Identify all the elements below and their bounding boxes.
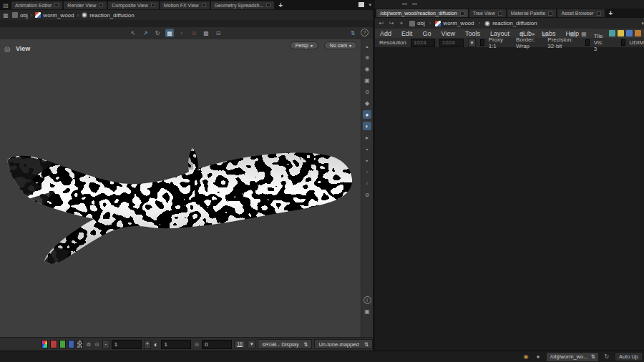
snapshot-icon[interactable]: ▣: [363, 307, 371, 315]
tab-close-icon[interactable]: [202, 3, 206, 7]
translate-tool-icon[interactable]: ↗: [141, 29, 150, 37]
bit-depth-arrow[interactable]: ▾: [248, 340, 256, 348]
tab-close-icon[interactable]: [498, 11, 502, 16]
forward-icon[interactable]: ↪: [387, 19, 396, 28]
tonemap-dropdown[interactable]: Un-tone-mapped⇅: [314, 339, 373, 349]
view-tool-icon[interactable]: ⊕: [363, 53, 371, 62]
view-stamp-icon[interactable]: ◎: [4, 45, 11, 53]
edit-network-icon[interactable]: [626, 30, 633, 36]
wire-mode-icon[interactable]: ▸: [363, 133, 371, 142]
tab-animation-editor[interactable]: Animation Editor: [11, 1, 62, 9]
exposure-field[interactable]: 1: [112, 340, 142, 349]
gem-icon[interactable]: ◆: [363, 99, 371, 107]
refresh-icon[interactable]: ↻: [602, 353, 611, 361]
menu-burger-icon[interactable]: [635, 30, 641, 36]
frame-icon[interactable]: ⊡: [214, 29, 223, 37]
tilevis-checkbox[interactable]: [585, 39, 589, 46]
tab-close-icon[interactable]: [54, 3, 59, 7]
lock-icon[interactable]: ▣: [363, 76, 371, 84]
breadcrumb-sub[interactable]: reaction_diffusion: [482, 20, 540, 26]
border-label[interactable]: Border: Wrap: [516, 36, 535, 49]
tab-close-icon[interactable]: [266, 3, 270, 7]
secure-selection-icon[interactable]: ▦: [165, 29, 174, 37]
pane-maximize-icon[interactable]: [358, 2, 364, 7]
link-icon[interactable]: ▦: [1, 11, 10, 19]
texture-mode-icon[interactable]: ◐: [363, 122, 371, 130]
tab-close-icon[interactable]: [460, 11, 464, 16]
breadcrumb-node[interactable]: worm_wood: [33, 12, 76, 19]
udim-checkbox[interactable]: [621, 39, 625, 46]
tab-render-view[interactable]: Render View: [64, 1, 107, 9]
info-circle-icon[interactable]: i: [364, 296, 371, 304]
precision-label[interactable]: Precision: 32-bit: [547, 36, 572, 49]
tab-motion-fx-view[interactable]: Motion FX View: [160, 1, 210, 9]
path-menu-arrow-icon[interactable]: ▾: [641, 21, 644, 26]
sticky-note-icon[interactable]: [618, 30, 624, 36]
tab-material-palette[interactable]: Material Palette: [507, 9, 557, 17]
breadcrumb-root[interactable]: obj: [407, 20, 427, 26]
exposure-plus-button[interactable]: +: [144, 340, 151, 349]
menu-view[interactable]: View: [436, 30, 460, 37]
tab-tree-view[interactable]: Tree View: [469, 9, 506, 17]
menu-tools[interactable]: Tools: [460, 30, 485, 37]
update-mode-dropdown[interactable]: Auto Up: [615, 352, 643, 361]
tab-composite-view[interactable]: Composite View: [108, 1, 158, 9]
proxy-checkbox[interactable]: [480, 39, 484, 46]
shading-mode-icon[interactable]: ●: [363, 110, 371, 119]
pane-divider[interactable]: [373, 0, 375, 351]
exposure-minus-button[interactable]: -: [102, 340, 109, 349]
res-dropdown[interactable]: ▾: [468, 39, 477, 47]
rotate-tool-icon[interactable]: ↻: [153, 29, 162, 37]
res-x-field[interactable]: 1024: [411, 39, 435, 47]
grid-snap-icon[interactable]: ▩: [202, 29, 210, 37]
alpha-channel-icon[interactable]: [77, 340, 83, 348]
tab-geometry-spreadsheet[interactable]: Geometry Spreadsh...: [211, 1, 274, 9]
pin-icon[interactable]: ⌖: [397, 19, 406, 28]
scene-viewport[interactable]: ◎ View Persp▾ No cam▾ ▴ ⊕ ◉ ▣ ⊙ ◆ ● ◐ ▸ …: [0, 39, 373, 337]
contrast-field[interactable]: 1: [161, 340, 191, 349]
new-tab-button[interactable]: +: [275, 1, 286, 9]
green-channel-icon[interactable]: [59, 340, 66, 348]
context-path-dropdown[interactable]: /obj/worm_wo...⇅: [546, 352, 599, 362]
menu-edit[interactable]: Edit: [396, 30, 418, 37]
gamma-field[interactable]: 0: [202, 340, 232, 349]
colorspace-dropdown[interactable]: sRGB - Display⇅: [258, 339, 312, 349]
grid-layout-2-icon[interactable]: ▦: [580, 29, 588, 38]
select-tool-icon[interactable]: ↖: [129, 29, 137, 37]
rgba-channel-icon[interactable]: [42, 340, 48, 348]
tab-close-icon[interactable]: [99, 3, 103, 7]
breadcrumb-node[interactable]: worm_wood: [433, 20, 476, 26]
red-channel-icon[interactable]: [50, 340, 57, 348]
menu-add[interactable]: Add: [375, 30, 396, 37]
breadcrumb-root[interactable]: obj: [10, 12, 30, 19]
bit-depth-field[interactable]: 16: [234, 340, 245, 348]
scroll-up-icon[interactable]: ▴: [363, 41, 371, 50]
small-square-icon[interactable]: ▪: [363, 156, 371, 165]
circle-icon[interactable]: ◦: [363, 167, 371, 176]
tab-close-icon[interactable]: [548, 11, 552, 16]
select-box-icon[interactable]: ▫: [177, 29, 186, 37]
box-icon[interactable]: ▫: [363, 179, 371, 187]
memory-icon[interactable]: ◉: [522, 353, 530, 361]
ghost-icon[interactable]: ⊚: [85, 340, 92, 348]
new-tab-button[interactable]: +: [606, 9, 616, 17]
tab-network-editor[interactable]: /obj/worm_wood/reaction_diffusion: [376, 9, 468, 17]
menu-go[interactable]: Go: [418, 30, 436, 37]
tab-close-icon[interactable]: [151, 3, 155, 7]
color-palette-icon[interactable]: [609, 30, 615, 36]
back-icon[interactable]: ↩: [377, 19, 386, 28]
pane-split-icon[interactable]: ▤: [1, 1, 10, 9]
cook-icon[interactable]: ●: [534, 353, 542, 361]
tab-asset-browser[interactable]: Asset Browser: [557, 9, 604, 17]
light-icon[interactable]: ⊙: [363, 87, 371, 96]
sort-icon[interactable]: ⇅: [348, 29, 357, 37]
layout-icon[interactable]: ◉: [363, 64, 371, 73]
brightness-icon[interactable]: ⊙: [94, 340, 100, 348]
breadcrumb-sub[interactable]: reaction_diffusion: [79, 12, 137, 19]
blue-channel-icon[interactable]: [68, 340, 74, 348]
snapping-disabled-icon[interactable]: ⊘: [190, 29, 198, 37]
res-y-field[interactable]: 1024: [439, 39, 464, 47]
camera-menu[interactable]: No cam▾: [324, 41, 357, 49]
dot-icon[interactable]: •: [363, 145, 371, 153]
perspective-menu[interactable]: Persp▾: [290, 41, 318, 49]
